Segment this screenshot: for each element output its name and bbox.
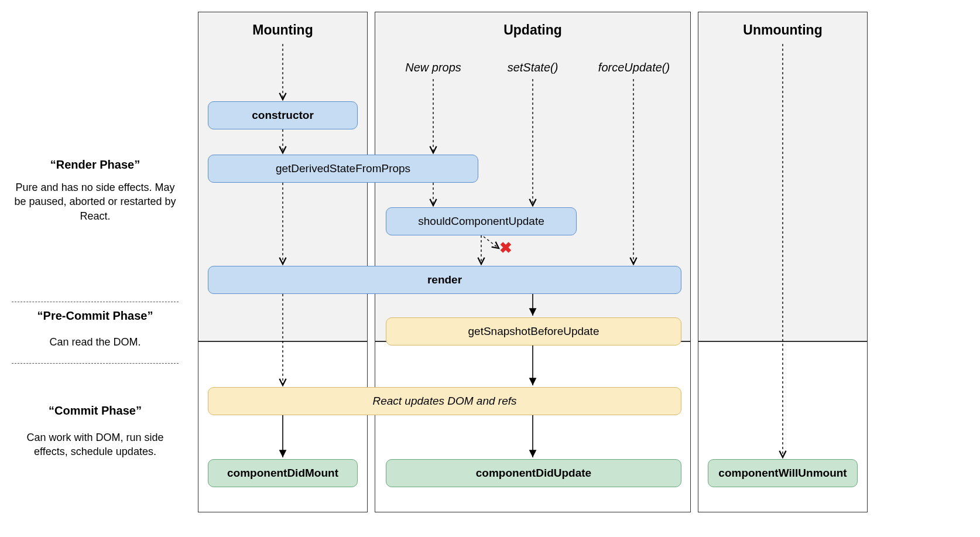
- phase-commit-title: “Commit Phase”: [12, 404, 179, 418]
- trigger-setstate: setState(): [486, 61, 580, 74]
- trigger-forceupdate: forceUpdate(): [584, 61, 684, 74]
- box-componentdidupdate[interactable]: componentDidUpdate: [386, 459, 681, 487]
- phase-precommit-desc: Can read the DOM.: [12, 335, 179, 349]
- phase-precommit-title: “Pre-Commit Phase”: [12, 309, 179, 323]
- box-shouldcomponentupdate[interactable]: shouldComponentUpdate: [386, 207, 577, 235]
- unmounting-heading: Unmounting: [698, 22, 868, 38]
- box-react-updates-dom: React updates DOM and refs: [208, 387, 681, 415]
- mounting-heading: Mounting: [198, 22, 368, 38]
- phase-separator-1: [12, 302, 179, 302]
- phase-separator-2: [12, 363, 179, 364]
- cross-icon: ✖: [499, 239, 512, 257]
- box-render[interactable]: render: [208, 266, 681, 294]
- box-componentdidmount[interactable]: componentDidMount: [208, 459, 358, 487]
- box-getsnapshotbeforeupdate[interactable]: getSnapshotBeforeUpdate: [386, 317, 681, 346]
- box-getderivedstatefromprops[interactable]: getDerivedStateFromProps: [208, 155, 478, 183]
- trigger-new-props: New props: [386, 61, 480, 74]
- unmounting-column-top: [698, 12, 868, 341]
- diagram-stage: “Render Phase” Pure and has no side effe…: [12, 12, 968, 525]
- box-componentwillunmount[interactable]: componentWillUnmount: [708, 459, 858, 487]
- updating-heading: Updating: [375, 22, 691, 38]
- box-constructor[interactable]: constructor: [208, 101, 358, 129]
- phase-render-desc: Pure and has no side effects. May be pau…: [12, 180, 179, 223]
- phase-commit-desc: Can work with DOM, run side effects, sch…: [12, 430, 179, 459]
- phase-render-title: “Render Phase”: [12, 158, 179, 172]
